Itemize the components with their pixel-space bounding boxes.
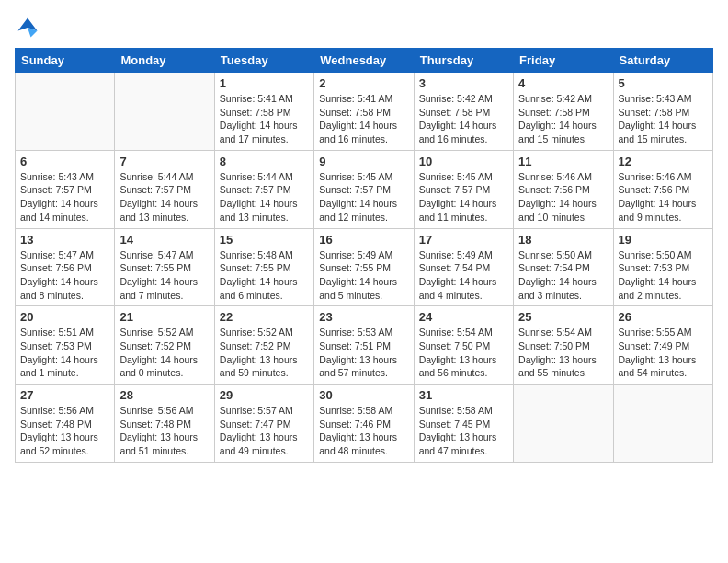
- day-number: 6: [20, 155, 109, 168]
- day-number: 23: [319, 310, 408, 324]
- day-number: 10: [419, 155, 508, 168]
- day-number: 25: [518, 310, 608, 324]
- day-info: Sunrise: 5:45 AM Sunset: 7:57 PM Dayligh…: [419, 170, 508, 224]
- calendar-cell: 22Sunrise: 5:52 AM Sunset: 7:52 PM Dayli…: [214, 306, 313, 385]
- calendar-cell: [613, 385, 712, 463]
- calendar-cell: 8Sunrise: 5:44 AM Sunset: 7:57 PM Daylig…: [214, 150, 313, 228]
- day-number: 26: [619, 310, 708, 324]
- day-info: Sunrise: 5:54 AM Sunset: 7:50 PM Dayligh…: [419, 326, 508, 380]
- calendar-cell: 30Sunrise: 5:58 AM Sunset: 7:46 PM Dayli…: [314, 385, 414, 463]
- calendar-cell: 12Sunrise: 5:46 AM Sunset: 7:56 PM Dayli…: [613, 150, 712, 228]
- day-info: Sunrise: 5:44 AM Sunset: 7:57 PM Dayligh…: [220, 170, 309, 224]
- day-info: Sunrise: 5:43 AM Sunset: 7:58 PM Dayligh…: [619, 92, 708, 146]
- day-number: 8: [220, 155, 309, 168]
- calendar-cell: 10Sunrise: 5:45 AM Sunset: 7:57 PM Dayli…: [414, 150, 513, 228]
- calendar-cell: 6Sunrise: 5:43 AM Sunset: 7:57 PM Daylig…: [16, 150, 115, 228]
- day-number: 31: [419, 388, 508, 402]
- day-info: Sunrise: 5:46 AM Sunset: 7:56 PM Dayligh…: [619, 170, 708, 224]
- calendar-cell: 16Sunrise: 5:49 AM Sunset: 7:55 PM Dayli…: [314, 228, 414, 306]
- day-info: Sunrise: 5:48 AM Sunset: 7:55 PM Dayligh…: [220, 248, 309, 303]
- svg-marker-1: [18, 18, 38, 31]
- weekday-header: Sunday: [16, 49, 115, 73]
- day-info: Sunrise: 5:49 AM Sunset: 7:55 PM Dayligh…: [319, 248, 408, 303]
- day-info: Sunrise: 5:45 AM Sunset: 7:57 PM Dayligh…: [319, 170, 408, 224]
- day-number: 15: [220, 233, 309, 247]
- day-number: 20: [20, 310, 109, 324]
- day-info: Sunrise: 5:43 AM Sunset: 7:57 PM Dayligh…: [20, 170, 109, 224]
- day-info: Sunrise: 5:42 AM Sunset: 7:58 PM Dayligh…: [518, 92, 608, 146]
- weekday-header: Monday: [115, 49, 214, 73]
- calendar-cell: 20Sunrise: 5:51 AM Sunset: 7:53 PM Dayli…: [16, 306, 115, 385]
- day-info: Sunrise: 5:41 AM Sunset: 7:58 PM Dayligh…: [220, 92, 309, 146]
- day-number: 27: [20, 388, 109, 402]
- day-info: Sunrise: 5:56 AM Sunset: 7:48 PM Dayligh…: [119, 404, 209, 458]
- day-number: 18: [518, 233, 608, 247]
- calendar-cell: 26Sunrise: 5:55 AM Sunset: 7:49 PM Dayli…: [613, 306, 712, 385]
- logo: [15, 15, 44, 40]
- day-info: Sunrise: 5:57 AM Sunset: 7:47 PM Dayligh…: [220, 404, 309, 458]
- calendar-cell: 17Sunrise: 5:49 AM Sunset: 7:54 PM Dayli…: [414, 228, 513, 306]
- calendar-cell: 18Sunrise: 5:50 AM Sunset: 7:54 PM Dayli…: [514, 228, 613, 306]
- calendar-cell: [514, 385, 613, 463]
- day-number: 19: [619, 233, 708, 247]
- day-number: 22: [220, 310, 309, 324]
- calendar-cell: 25Sunrise: 5:54 AM Sunset: 7:50 PM Dayli…: [514, 306, 613, 385]
- day-number: 21: [119, 310, 209, 324]
- day-info: Sunrise: 5:56 AM Sunset: 7:48 PM Dayligh…: [20, 404, 109, 458]
- day-info: Sunrise: 5:47 AM Sunset: 7:55 PM Dayligh…: [119, 248, 209, 303]
- day-info: Sunrise: 5:50 AM Sunset: 7:53 PM Dayligh…: [619, 248, 708, 303]
- calendar-cell: 21Sunrise: 5:52 AM Sunset: 7:52 PM Dayli…: [115, 306, 214, 385]
- day-info: Sunrise: 5:53 AM Sunset: 7:51 PM Dayligh…: [319, 326, 408, 380]
- day-info: Sunrise: 5:47 AM Sunset: 7:56 PM Dayligh…: [20, 248, 109, 303]
- day-info: Sunrise: 5:46 AM Sunset: 7:56 PM Dayligh…: [518, 170, 608, 224]
- calendar: SundayMondayTuesdayWednesdayThursdayFrid…: [15, 48, 713, 463]
- weekday-header: Wednesday: [314, 49, 414, 73]
- day-number: 3: [419, 76, 508, 90]
- calendar-cell: 2Sunrise: 5:41 AM Sunset: 7:58 PM Daylig…: [314, 73, 414, 151]
- calendar-cell: [115, 73, 214, 151]
- weekday-header: Friday: [514, 49, 613, 73]
- calendar-cell: 5Sunrise: 5:43 AM Sunset: 7:58 PM Daylig…: [613, 73, 712, 151]
- calendar-cell: 7Sunrise: 5:44 AM Sunset: 7:57 PM Daylig…: [115, 150, 214, 228]
- day-number: 29: [220, 388, 309, 402]
- calendar-cell: 9Sunrise: 5:45 AM Sunset: 7:57 PM Daylig…: [314, 150, 414, 228]
- calendar-cell: 24Sunrise: 5:54 AM Sunset: 7:50 PM Dayli…: [414, 306, 513, 385]
- weekday-header: Tuesday: [214, 49, 313, 73]
- calendar-cell: 1Sunrise: 5:41 AM Sunset: 7:58 PM Daylig…: [214, 73, 313, 151]
- day-number: 5: [619, 76, 708, 90]
- day-number: 14: [119, 233, 209, 247]
- calendar-cell: 23Sunrise: 5:53 AM Sunset: 7:51 PM Dayli…: [314, 306, 414, 385]
- day-info: Sunrise: 5:58 AM Sunset: 7:45 PM Dayligh…: [419, 404, 508, 458]
- day-number: 2: [319, 76, 408, 90]
- calendar-cell: 4Sunrise: 5:42 AM Sunset: 7:58 PM Daylig…: [514, 73, 613, 151]
- calendar-cell: 13Sunrise: 5:47 AM Sunset: 7:56 PM Dayli…: [16, 228, 115, 306]
- day-number: 1: [220, 76, 309, 90]
- day-info: Sunrise: 5:44 AM Sunset: 7:57 PM Dayligh…: [119, 170, 209, 224]
- day-number: 9: [319, 155, 408, 168]
- calendar-cell: 11Sunrise: 5:46 AM Sunset: 7:56 PM Dayli…: [514, 150, 613, 228]
- day-info: Sunrise: 5:52 AM Sunset: 7:52 PM Dayligh…: [119, 326, 209, 380]
- calendar-cell: 14Sunrise: 5:47 AM Sunset: 7:55 PM Dayli…: [115, 228, 214, 306]
- day-info: Sunrise: 5:50 AM Sunset: 7:54 PM Dayligh…: [518, 248, 608, 303]
- day-info: Sunrise: 5:49 AM Sunset: 7:54 PM Dayligh…: [419, 248, 508, 303]
- day-number: 11: [518, 155, 608, 168]
- calendar-cell: 19Sunrise: 5:50 AM Sunset: 7:53 PM Dayli…: [613, 228, 712, 306]
- day-info: Sunrise: 5:55 AM Sunset: 7:49 PM Dayligh…: [619, 326, 708, 380]
- calendar-cell: 27Sunrise: 5:56 AM Sunset: 7:48 PM Dayli…: [16, 385, 115, 463]
- day-number: 16: [319, 233, 408, 247]
- calendar-cell: 15Sunrise: 5:48 AM Sunset: 7:55 PM Dayli…: [214, 228, 313, 306]
- day-info: Sunrise: 5:42 AM Sunset: 7:58 PM Dayligh…: [419, 92, 508, 146]
- logo-icon: [15, 15, 40, 40]
- day-info: Sunrise: 5:54 AM Sunset: 7:50 PM Dayligh…: [518, 326, 608, 380]
- day-number: 4: [518, 76, 608, 90]
- weekday-header: Thursday: [414, 49, 513, 73]
- day-info: Sunrise: 5:51 AM Sunset: 7:53 PM Dayligh…: [20, 326, 109, 380]
- day-number: 7: [119, 155, 209, 168]
- day-info: Sunrise: 5:52 AM Sunset: 7:52 PM Dayligh…: [220, 326, 309, 380]
- calendar-cell: [16, 73, 115, 151]
- calendar-cell: 3Sunrise: 5:42 AM Sunset: 7:58 PM Daylig…: [414, 73, 513, 151]
- day-number: 13: [20, 233, 109, 247]
- day-number: 28: [119, 388, 209, 402]
- day-info: Sunrise: 5:41 AM Sunset: 7:58 PM Dayligh…: [319, 92, 408, 146]
- day-number: 17: [419, 233, 508, 247]
